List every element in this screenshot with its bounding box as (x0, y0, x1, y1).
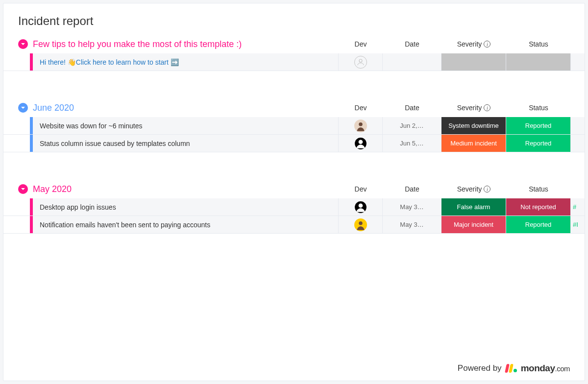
cell-severity[interactable]: System downtime (441, 117, 506, 134)
person-avatar-icon[interactable] (354, 137, 367, 150)
group-title[interactable]: June 2020 (33, 103, 74, 113)
cell-severity[interactable] (441, 53, 506, 71)
cell-status[interactable]: Reported (506, 216, 571, 233)
group-title[interactable]: May 2020 (33, 184, 72, 194)
cell-extra[interactable] (571, 135, 585, 152)
item-name[interactable]: Hi there! 👋Click here to learn how to st… (33, 53, 339, 71)
incident-board: Incident report Few tips to help you mak… (3, 3, 585, 381)
group-june: June 2020 Dev Date Severity i Status Web… (3, 98, 585, 152)
monday-logo-icon (506, 364, 517, 373)
cell-status[interactable]: Reported (506, 135, 571, 152)
cell-severity[interactable]: False alarm (441, 198, 506, 216)
info-icon[interactable]: i (484, 41, 490, 48)
group-may: May 2020 Dev Date Severity i Status Desk… (3, 180, 585, 234)
person-avatar-photo[interactable] (354, 218, 367, 231)
column-header-severity[interactable]: Severity i (441, 40, 506, 48)
cell-date[interactable]: Jun 2,… (383, 117, 441, 134)
column-header-severity[interactable]: Severity i (441, 104, 506, 112)
column-header-severity[interactable]: Severity i (441, 185, 506, 193)
group-title[interactable]: Few tips to help you make the most of th… (33, 39, 242, 49)
column-header-date[interactable]: Date (383, 185, 441, 193)
cell-extra[interactable] (571, 117, 585, 134)
cell-dev[interactable] (339, 216, 383, 233)
info-icon[interactable]: i (484, 104, 490, 111)
item-name[interactable]: Website was down for ~6 minutes (33, 117, 339, 134)
column-header-dev[interactable]: Dev (339, 104, 383, 112)
table-row[interactable]: Desktop app login issues May 3… False al… (3, 198, 585, 216)
cell-date[interactable]: May 3… (383, 216, 441, 233)
group-header: June 2020 Dev Date Severity i Status (3, 98, 585, 117)
collapse-toggle-icon[interactable] (18, 103, 28, 113)
svg-point-1 (359, 122, 363, 126)
group-tips: Few tips to help you make the most of th… (3, 35, 585, 71)
cell-date[interactable]: May 3… (383, 198, 441, 216)
group-header: Few tips to help you make the most of th… (3, 35, 585, 53)
info-icon[interactable]: i (484, 186, 490, 192)
column-header-status[interactable]: Status (506, 104, 571, 112)
brand-name: monday.com (521, 363, 570, 374)
person-placeholder-icon[interactable] (354, 56, 367, 69)
cell-dev[interactable] (339, 53, 383, 71)
person-avatar-icon[interactable] (354, 201, 367, 214)
item-name[interactable]: Status column issue caused by templates … (33, 135, 339, 152)
svg-point-6 (359, 221, 363, 225)
cell-extra[interactable]: # (571, 198, 585, 216)
collapse-toggle-icon[interactable] (18, 184, 28, 194)
powered-by-label: Powered by (458, 363, 502, 373)
cell-date[interactable] (383, 53, 441, 71)
column-headers: Dev Date Severity i Status (339, 180, 585, 198)
column-header-date[interactable]: Date (383, 40, 441, 48)
item-name[interactable]: Notification emails haven't been sent to… (33, 216, 339, 233)
cell-severity[interactable]: Medium incident (441, 135, 506, 152)
column-header-date[interactable]: Date (383, 104, 441, 112)
cell-extra[interactable] (571, 53, 585, 71)
person-avatar-photo[interactable] (354, 120, 367, 132)
cell-status[interactable]: Not reported (506, 198, 571, 216)
collapse-toggle-icon[interactable] (18, 39, 28, 49)
column-header-status[interactable]: Status (506, 185, 571, 193)
cell-extra[interactable]: #I (571, 216, 585, 233)
svg-point-0 (359, 59, 362, 62)
group-header: May 2020 Dev Date Severity i Status (3, 180, 585, 198)
table-row[interactable]: Notification emails haven't been sent to… (3, 216, 585, 234)
powered-by-footer[interactable]: Powered by monday.com (458, 363, 570, 374)
cell-dev[interactable] (339, 117, 383, 134)
column-headers: Dev Date Severity i Status (339, 98, 585, 117)
svg-point-5 (358, 203, 363, 208)
table-row[interactable]: Website was down for ~6 minutes Jun 2,… … (3, 117, 585, 135)
cell-date[interactable]: Jun 5,… (383, 135, 441, 152)
column-header-status[interactable]: Status (506, 40, 571, 48)
column-headers: Dev Date Severity i Status (339, 35, 585, 53)
column-header-dev[interactable]: Dev (339, 185, 383, 193)
cell-dev[interactable] (339, 198, 383, 216)
table-row[interactable]: Status column issue caused by templates … (3, 135, 585, 152)
cell-status[interactable] (506, 53, 571, 71)
cell-severity[interactable]: Major incident (441, 216, 506, 233)
column-header-dev[interactable]: Dev (339, 40, 383, 48)
svg-point-3 (358, 140, 363, 144)
item-name[interactable]: Desktop app login issues (33, 198, 339, 216)
table-row[interactable]: Hi there! 👋Click here to learn how to st… (3, 53, 585, 71)
board-title: Incident report (3, 14, 585, 35)
cell-status[interactable]: Reported (506, 117, 571, 134)
cell-dev[interactable] (339, 135, 383, 152)
